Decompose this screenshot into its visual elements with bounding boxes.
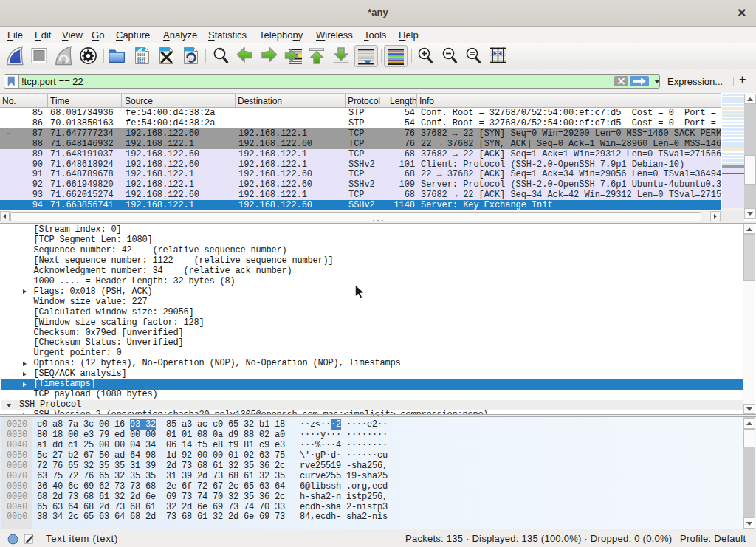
svg-text:0111: 0111 xyxy=(137,60,145,63)
